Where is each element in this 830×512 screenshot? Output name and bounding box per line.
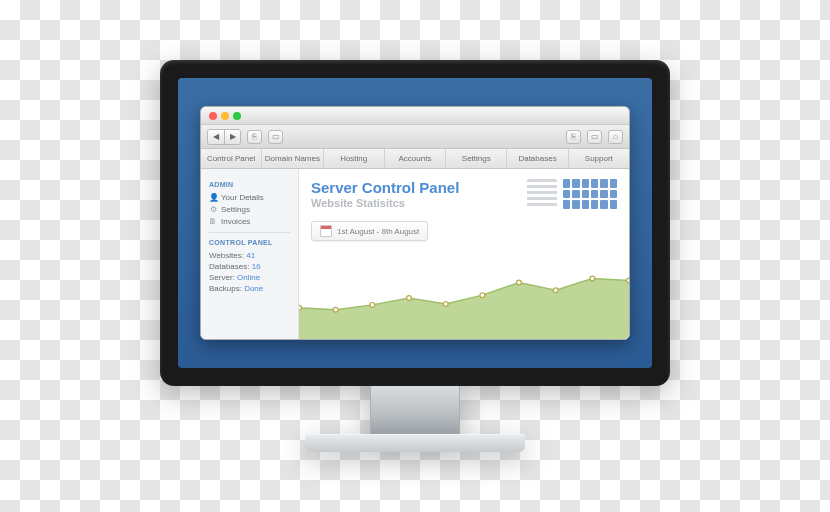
minimize-icon[interactable] [221, 112, 229, 120]
tab-accounts[interactable]: Accounts [385, 149, 446, 168]
sidebar-item-label: Your Details [221, 193, 264, 202]
sidebar-item-label: Settings [221, 205, 250, 214]
forward-button[interactable]: ▶ [224, 130, 240, 144]
sidebar-divider [209, 232, 290, 233]
desktop-wallpaper: ◀ ▶ ⎘ ▭ ⎘ ▭ ⌂ Control Panel Domain Names… [178, 78, 652, 368]
svg-point-3 [407, 296, 412, 301]
stat-label: Databases: [209, 262, 249, 271]
main-panel: Server Control Panel Website Statisitcs [299, 169, 629, 339]
window-toolbar: ◀ ▶ ⎘ ▭ ⎘ ▭ ⌂ [201, 125, 629, 149]
date-range-label: 1st August - 8th August [337, 227, 419, 236]
monitor-frame: ◀ ▶ ⎘ ▭ ⎘ ▭ ⌂ Control Panel Domain Names… [160, 60, 670, 452]
svg-point-2 [370, 302, 375, 307]
window-body: ADMIN 👤 Your Details ⚙ Settings 🗎 Invoic… [201, 169, 629, 339]
sidebar-item-your-details[interactable]: 👤 Your Details [209, 193, 290, 202]
page-title: Server Control Panel [311, 179, 517, 196]
svg-point-6 [517, 280, 522, 285]
sidebar-item-settings[interactable]: ⚙ Settings [209, 205, 290, 214]
svg-point-8 [590, 276, 595, 281]
svg-point-9 [627, 278, 629, 283]
nav-button-group: ◀ ▶ [207, 129, 241, 145]
zoom-icon[interactable] [233, 112, 241, 120]
main-header-row: Server Control Panel Website Statisitcs [311, 179, 617, 209]
date-range-picker[interactable]: 1st August - 8th August [311, 221, 428, 241]
back-button[interactable]: ◀ [208, 130, 224, 144]
tab-domain-names[interactable]: Domain Names [262, 149, 323, 168]
stat-value: 41 [246, 251, 255, 260]
view-list-icon[interactable] [527, 179, 557, 209]
stat-websites: Websites: 41 [209, 251, 290, 260]
window-titlebar [201, 107, 629, 125]
svg-point-4 [443, 302, 448, 307]
app-window: ◀ ▶ ⎘ ▭ ⎘ ▭ ⌂ Control Panel Domain Names… [200, 106, 630, 340]
sidebar-item-invoices[interactable]: 🗎 Invoices [209, 217, 290, 226]
stat-value: Done [244, 284, 263, 293]
briefcase-icon[interactable]: ▭ [268, 130, 283, 144]
svg-point-0 [299, 305, 301, 310]
view-thumbnails [527, 179, 617, 209]
stat-value: Online [237, 273, 260, 282]
tab-hosting[interactable]: Hosting [324, 149, 385, 168]
tab-bar: Control Panel Domain Names Hosting Accou… [201, 149, 629, 169]
home-icon[interactable]: ⌂ [608, 130, 623, 144]
stat-label: Server: [209, 273, 235, 282]
svg-point-1 [333, 307, 338, 312]
tab-support[interactable]: Support [569, 149, 629, 168]
briefcase-icon-2[interactable]: ▭ [587, 130, 602, 144]
clipboard-icon[interactable]: ⎘ [247, 130, 262, 144]
tab-databases[interactable]: Databases [507, 149, 568, 168]
gear-icon: ⚙ [209, 205, 217, 214]
monitor-stand-base [305, 434, 525, 452]
calendar-icon [320, 225, 332, 237]
tab-settings[interactable]: Settings [446, 149, 507, 168]
sidebar-admin-header: ADMIN [209, 181, 290, 188]
monitor-stand-neck [370, 386, 460, 434]
sidebar-cp-header: CONTROL PANEL [209, 239, 290, 246]
page-subtitle: Website Statisitcs [311, 197, 517, 209]
clipboard-icon-2[interactable]: ⎘ [566, 130, 581, 144]
sidebar-item-label: Invoices [221, 217, 250, 226]
stat-databases: Databases: 16 [209, 262, 290, 271]
stat-label: Websites: [209, 251, 244, 260]
close-icon[interactable] [209, 112, 217, 120]
document-icon: 🗎 [209, 217, 217, 226]
tab-control-panel[interactable]: Control Panel [201, 149, 262, 168]
stat-value: 16 [252, 262, 261, 271]
sidebar: ADMIN 👤 Your Details ⚙ Settings 🗎 Invoic… [201, 169, 299, 339]
stat-label: Backups: [209, 284, 242, 293]
stat-backups: Backups: Done [209, 284, 290, 293]
svg-point-7 [553, 288, 558, 293]
svg-point-5 [480, 293, 485, 298]
stats-chart [299, 261, 629, 339]
stat-server: Server: Online [209, 273, 290, 282]
view-grid-icon[interactable] [563, 179, 617, 209]
user-icon: 👤 [209, 193, 217, 202]
screen-bezel: ◀ ▶ ⎘ ▭ ⎘ ▭ ⌂ Control Panel Domain Names… [160, 60, 670, 386]
